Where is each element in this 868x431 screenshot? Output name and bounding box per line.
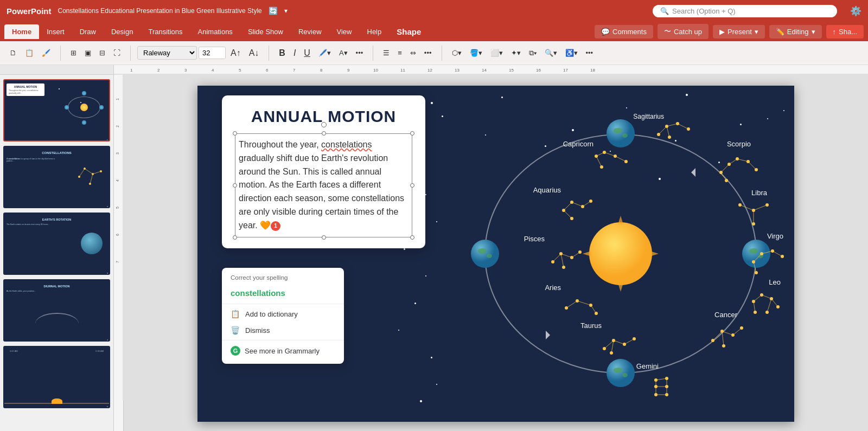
tab-view[interactable]: View xyxy=(329,24,360,39)
svg-point-81 xyxy=(719,171,723,174)
svg-point-65 xyxy=(687,127,690,131)
editing-button[interactable]: ✏️ Editing ▾ xyxy=(769,25,822,38)
new-button[interactable]: 🗋 xyxy=(7,47,20,59)
tab-slideshow[interactable]: Slide Show xyxy=(240,24,291,39)
svg-point-118 xyxy=(771,249,774,253)
toolbar-sep-3 xyxy=(269,46,269,61)
grammarly-action[interactable]: G See more in Grammarly xyxy=(222,342,344,359)
svg-line-151 xyxy=(722,331,724,346)
svg-text:7: 7 xyxy=(293,68,296,73)
accessibility-btn[interactable]: ♿▾ xyxy=(562,47,581,59)
canvas-scroll[interactable]: Sagittarius Capricorn xyxy=(124,75,868,431)
aquarius-stars xyxy=(561,197,599,227)
bold-btn[interactable]: B xyxy=(276,46,289,60)
svg-point-52 xyxy=(622,373,628,377)
svg-rect-29 xyxy=(114,75,124,400)
tab-transitions[interactable]: Transitions xyxy=(141,24,190,39)
svg-point-84 xyxy=(746,160,750,163)
editing-dropdown[interactable]: ▾ xyxy=(812,28,815,36)
arrange-btn[interactable]: ⧉▾ xyxy=(526,47,540,60)
text-selection-box[interactable]: Throughout the year, constelations gradu… xyxy=(235,133,412,237)
present-dropdown[interactable]: ▾ xyxy=(755,28,758,36)
tab-home[interactable]: Home xyxy=(4,24,39,39)
border-btn[interactable]: ⬜▾ xyxy=(487,47,506,59)
tab-animations[interactable]: Animations xyxy=(190,24,240,39)
slide-4-thumbnail[interactable]: DIURNAL MOTION As the Earth orbits, your… xyxy=(3,279,110,342)
more-right-btn[interactable]: ••• xyxy=(583,47,597,59)
share-button[interactable]: ↑ Sha... xyxy=(826,25,864,38)
dismiss-action[interactable]: 🗑️ Dismiss xyxy=(222,322,344,338)
solar-system-svg xyxy=(425,86,794,422)
svg-rect-0 xyxy=(114,65,868,75)
cancer-label: Cancer xyxy=(714,311,737,319)
font-increase-btn[interactable]: A↑ xyxy=(227,46,244,60)
svg-point-51 xyxy=(614,368,622,373)
svg-line-90 xyxy=(564,210,572,218)
highlight-btn[interactable]: 🖊️▾ xyxy=(315,47,334,59)
search-box[interactable]: 🔍 Search (Option + Q) xyxy=(653,5,837,17)
font-size-input[interactable] xyxy=(199,47,226,59)
fullscreen-btn[interactable]: ⛶ xyxy=(110,47,124,59)
more-btn[interactable]: ••• xyxy=(353,47,367,59)
comments-button[interactable]: 💬 Comments xyxy=(595,25,653,38)
svg-point-163 xyxy=(665,377,668,380)
slides-btn[interactable]: ▣ xyxy=(81,47,94,59)
svg-point-155 xyxy=(740,326,743,330)
font-color-btn[interactable]: A▾ xyxy=(336,47,351,59)
svg-text:7: 7 xyxy=(116,261,119,263)
settings-icon[interactable]: ⚙️ xyxy=(850,5,861,17)
title-bar: PowerPoint Constellations Educational Pr… xyxy=(0,0,868,22)
italic-btn[interactable]: I xyxy=(290,46,299,60)
fill-btn[interactable]: 🪣▾ xyxy=(467,47,486,59)
effects-btn[interactable]: ✦▾ xyxy=(508,47,524,59)
font-name-select[interactable]: Raleway xyxy=(137,46,197,60)
slide-5-thumbnail[interactable]: 5 6:00 AM 6:00 AM xyxy=(3,346,110,408)
svg-line-141 xyxy=(624,339,634,344)
tab-design[interactable]: Design xyxy=(104,24,141,39)
gemini-label: Gemini xyxy=(636,362,659,370)
paste-button[interactable]: 📋 xyxy=(22,47,37,59)
bullets-btn[interactable]: ☰ xyxy=(380,47,393,59)
more-format-btn[interactable]: ••• xyxy=(421,47,435,59)
spell-suggestion[interactable]: constellations xyxy=(222,284,344,302)
tab-help[interactable]: Help xyxy=(360,24,390,39)
shape-btn[interactable]: ⬡▾ xyxy=(449,47,465,59)
ruler-svg: 123 456 789 101112 131415 161718 xyxy=(114,65,868,75)
svg-line-150 xyxy=(733,328,742,335)
text-card[interactable]: ANNUAL MOTION xyxy=(222,95,425,248)
underline-btn[interactable]: U xyxy=(301,46,314,60)
svg-marker-57 xyxy=(546,331,550,339)
svg-line-132 xyxy=(767,299,771,312)
toolbar-file-group: 🗋 📋 🖌️ xyxy=(4,47,56,59)
slide-canvas[interactable]: Sagittarius Capricorn xyxy=(197,86,794,422)
search-placeholder: Search (Option + Q) xyxy=(672,7,736,15)
slide-1-thumbnail[interactable]: ANNUAL MOTION Throughout the year, const… xyxy=(3,79,110,141)
libra-label: Libra xyxy=(751,189,767,197)
tab-review[interactable]: Review xyxy=(291,24,329,39)
svg-text:6: 6 xyxy=(116,234,119,236)
svg-text:2: 2 xyxy=(116,125,119,127)
tab-draw[interactable]: Draw xyxy=(72,24,104,39)
catch-up-button[interactable]: 〜 Catch up xyxy=(658,24,709,39)
title-dropdown-icon[interactable]: ▾ xyxy=(284,7,288,15)
zoom-btn[interactable]: 🔍▾ xyxy=(541,47,560,59)
slide-3-thumbnail[interactable]: EARTH'S ROTATION The Earth rotates on it… xyxy=(3,213,110,275)
tab-insert[interactable]: Insert xyxy=(39,24,72,39)
add-to-dictionary-action[interactable]: 📋 Add to dictionary xyxy=(222,306,344,322)
font-decrease-btn[interactable]: A↓ xyxy=(246,46,263,60)
present-button[interactable]: ▶ Present ▾ xyxy=(713,25,765,38)
toolbar-sep-4 xyxy=(373,46,373,61)
svg-marker-40 xyxy=(618,216,623,224)
tab-shape[interactable]: Shape xyxy=(389,24,429,40)
svg-line-140 xyxy=(614,340,624,344)
brush-button[interactable]: 🖌️ xyxy=(39,47,54,59)
rotation-handle[interactable] xyxy=(321,122,327,127)
svg-line-68 xyxy=(604,152,615,156)
slide-2-thumbnail[interactable]: CONSTELLATIONS A constellation is a grou… xyxy=(3,146,110,208)
align-btn[interactable]: ⇔ xyxy=(407,47,419,59)
toolbar-sep-2 xyxy=(130,46,131,61)
numbering-btn[interactable]: ≡ xyxy=(394,47,405,59)
layout-btn[interactable]: ⊞ xyxy=(67,47,80,59)
sync-icon[interactable]: 🔄 xyxy=(269,7,278,15)
section-btn[interactable]: ⊟ xyxy=(96,47,108,59)
